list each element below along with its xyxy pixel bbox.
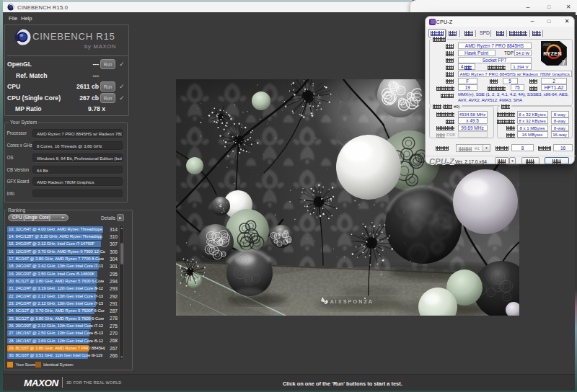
svg-text:7: 7 xyxy=(562,60,565,66)
svg-text:RYZEN: RYZEN xyxy=(543,51,562,57)
svg-text:AIXSPONZA: AIXSPONZA xyxy=(330,299,374,304)
